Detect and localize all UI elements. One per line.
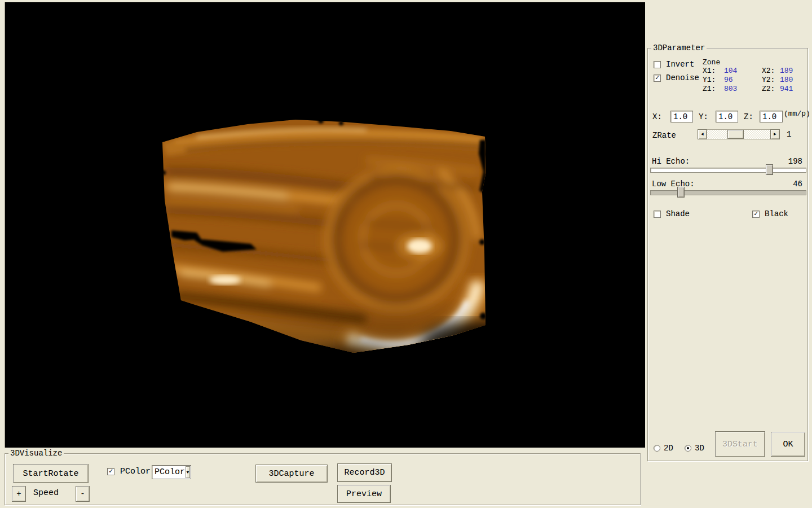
- visualize-groupbox: 3DVisualize StartRotate ✓ PColor PColor …: [5, 453, 641, 505]
- zrate-label: ZRate: [652, 132, 676, 140]
- ok-button[interactable]: OK: [771, 432, 805, 457]
- voxel-y-input[interactable]: [716, 111, 738, 122]
- start3d-button[interactable]: 3DStart: [715, 431, 765, 457]
- speed-label: Speed: [33, 489, 59, 497]
- hi-echo-slider-track[interactable]: [650, 168, 806, 173]
- zone-title: Zone: [703, 58, 720, 67]
- chevron-down-icon[interactable]: ▼: [186, 466, 190, 478]
- voxel-x-input[interactable]: [670, 111, 693, 122]
- mode-3d-radio[interactable]: [685, 445, 691, 452]
- invert-checkbox[interactable]: [654, 61, 661, 68]
- zrate-scroll-left-icon[interactable]: ◄: [698, 129, 707, 139]
- denoise-checkbox[interactable]: ✓: [654, 75, 661, 82]
- parameter-group-title: 3DParameter: [651, 43, 707, 52]
- record-3d-button[interactable]: Record3D: [337, 463, 392, 482]
- black-checkbox[interactable]: ✓: [752, 211, 760, 218]
- zrate-scroll-right-icon[interactable]: ►: [770, 129, 780, 139]
- black-label: Black: [765, 210, 788, 218]
- zone-z2-label: Z2:: [762, 85, 775, 93]
- voxel-y-label: Y:: [699, 113, 708, 121]
- shade-checkbox[interactable]: [654, 211, 661, 218]
- mode-2d-label: 2D: [664, 444, 673, 453]
- zone-x2-label: X2:: [762, 67, 775, 75]
- application-window: 3DParameter Invert ✓ Denoise Zone X1: 10…: [0, 0, 812, 508]
- zone-z1-label: Z1:: [703, 85, 716, 93]
- pcolor-label: PColor: [120, 467, 151, 476]
- zrate-scroll-track[interactable]: [707, 129, 770, 139]
- invert-label: Invert: [666, 60, 694, 69]
- voxel-z-input[interactable]: [760, 111, 783, 122]
- volume-render: [5, 2, 646, 448]
- zone-y1-value: 96: [724, 76, 733, 84]
- start-rotate-button[interactable]: StartRotate: [13, 464, 89, 483]
- denoise-label: Denoise: [666, 74, 699, 82]
- pcolor-select-value: PColor: [152, 467, 185, 477]
- zrate-value: 1: [787, 130, 791, 139]
- zrate-scrollbar[interactable]: ◄ ►: [698, 129, 780, 139]
- mode-3d-label: 3D: [695, 444, 704, 453]
- zone-z1-value: 803: [724, 85, 737, 93]
- voxel-x-label: X:: [652, 113, 662, 121]
- voxel-unit-label: (mm/p): [784, 110, 810, 118]
- zone-x1-value: 104: [724, 67, 737, 75]
- low-echo-slider-track[interactable]: [650, 190, 806, 195]
- zone-x1-label: X1:: [703, 67, 716, 75]
- low-echo-slider-thumb[interactable]: [677, 187, 685, 198]
- viewport-3d[interactable]: [5, 2, 645, 448]
- low-echo-slider[interactable]: [650, 186, 806, 198]
- hi-echo-slider-thumb[interactable]: [766, 164, 773, 175]
- zone-y2-label: Y2:: [762, 76, 775, 84]
- visualize-group-title: 3DVisualize: [8, 449, 64, 458]
- speed-minus-button[interactable]: -: [76, 486, 90, 502]
- zone-x2-value: 189: [780, 67, 793, 75]
- zrate-scroll-thumb[interactable]: [727, 130, 744, 139]
- pcolor-select[interactable]: PColor ▼: [152, 465, 191, 479]
- voxel-z-label: Z:: [744, 113, 753, 121]
- zone-y1-label: Y1:: [703, 76, 716, 84]
- mode-2d-radio[interactable]: [654, 445, 660, 452]
- capture-3d-button[interactable]: 3DCapture: [255, 465, 328, 483]
- zone-y2-value: 180: [780, 76, 793, 84]
- pcolor-checkbox[interactable]: ✓: [107, 468, 114, 475]
- preview-button[interactable]: Preview: [337, 485, 391, 503]
- shade-label: Shade: [666, 210, 690, 218]
- parameter-groupbox: 3DParameter Invert ✓ Denoise Zone X1: 10…: [647, 48, 808, 461]
- zone-z2-value: 941: [780, 85, 793, 93]
- speed-plus-button[interactable]: +: [12, 486, 26, 502]
- hi-echo-slider[interactable]: [650, 163, 806, 176]
